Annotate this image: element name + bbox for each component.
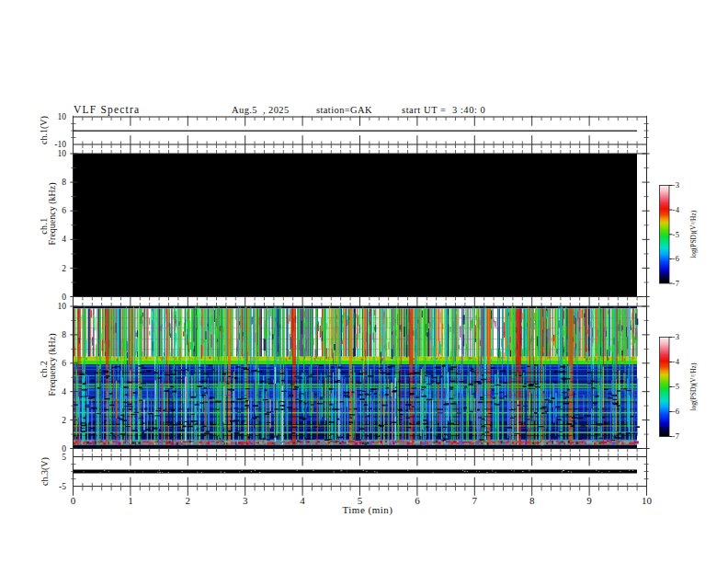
svg-text:-6: -6	[673, 407, 680, 416]
svg-text:6: 6	[62, 359, 66, 368]
svg-text:4: 4	[62, 235, 66, 244]
svg-text:7: 7	[472, 495, 478, 506]
svg-text:2: 2	[62, 264, 66, 273]
svg-text:-3: -3	[673, 332, 680, 341]
svg-text:-6: -6	[673, 254, 680, 263]
svg-text:-4: -4	[673, 357, 680, 366]
svg-text:VLF Spectra: VLF Spectra	[74, 104, 140, 116]
svg-text:Aug.5 , 2025: Aug.5 , 2025	[232, 105, 290, 115]
svg-text:6: 6	[62, 206, 66, 215]
svg-text:4: 4	[62, 387, 66, 396]
svg-text:10: 10	[58, 112, 67, 121]
svg-text:log(PSD)(V2/Hz): log(PSD)(V2/Hz)	[689, 210, 698, 259]
svg-text:0: 0	[62, 293, 66, 302]
svg-text:8: 8	[62, 330, 66, 339]
svg-text:-3: -3	[673, 180, 680, 190]
svg-text:Frequency (kHz): Frequency (kHz)	[47, 182, 58, 245]
svg-text:9: 9	[586, 495, 592, 506]
svg-text:-7: -7	[673, 431, 680, 441]
svg-text:10: 10	[642, 495, 653, 506]
svg-text:log(PSD)(V2/Hz): log(PSD)(V2/Hz)	[689, 362, 698, 411]
svg-text:2: 2	[62, 416, 66, 425]
svg-text:ch.3(V): ch.3(V)	[40, 457, 51, 486]
svg-text:-5: -5	[673, 230, 680, 239]
svg-text:-5: -5	[673, 382, 680, 391]
svg-text:1: 1	[128, 495, 133, 506]
svg-text:0: 0	[71, 495, 76, 506]
svg-text:-4: -4	[673, 205, 680, 214]
svg-text:3: 3	[243, 495, 248, 506]
svg-text:station=GAK: station=GAK	[316, 105, 372, 115]
svg-text:8: 8	[62, 178, 66, 187]
svg-text:8: 8	[529, 495, 535, 506]
svg-text:start UT = 3 :40: 0: start UT = 3 :40: 0	[402, 105, 485, 115]
svg-text:Time (min): Time (min)	[342, 504, 392, 516]
svg-text:4: 4	[300, 495, 305, 506]
svg-text:10: 10	[58, 149, 67, 158]
svg-text:6: 6	[415, 495, 420, 506]
svg-text:-7: -7	[673, 279, 680, 288]
svg-text:-5: -5	[59, 482, 66, 491]
svg-text:10: 10	[58, 302, 67, 311]
svg-text:-10: -10	[54, 140, 66, 149]
svg-text:5: 5	[62, 453, 66, 462]
svg-text:2: 2	[186, 495, 191, 506]
svg-text:Frequency (kHz): Frequency (kHz)	[47, 333, 58, 396]
svg-text:ch.1(V): ch.1(V)	[40, 116, 51, 144]
